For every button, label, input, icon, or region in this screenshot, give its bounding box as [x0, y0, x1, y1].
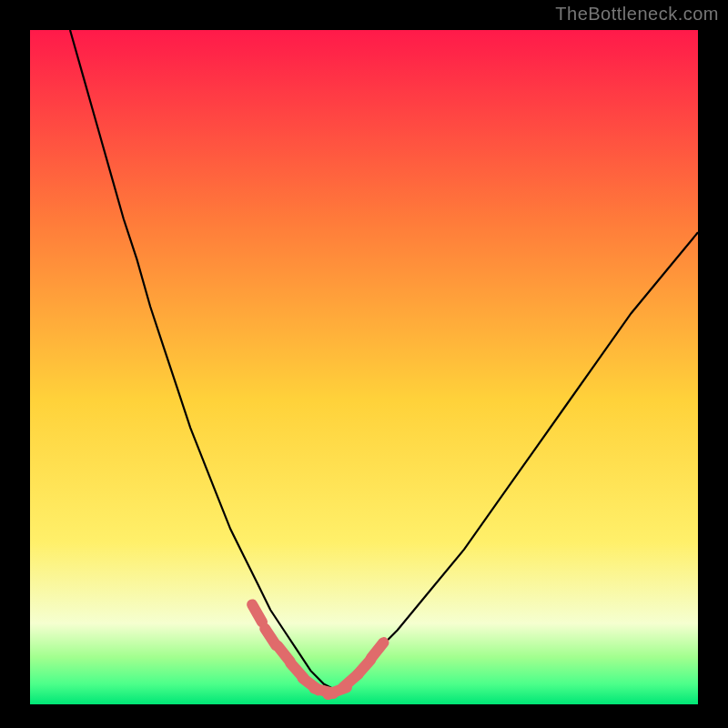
- chart-root: TheBottleneck.com: [0, 0, 728, 728]
- gradient-plot-area: [30, 30, 698, 704]
- bottleneck-chart: [0, 0, 728, 728]
- watermark-text: TheBottleneck.com: [555, 4, 719, 25]
